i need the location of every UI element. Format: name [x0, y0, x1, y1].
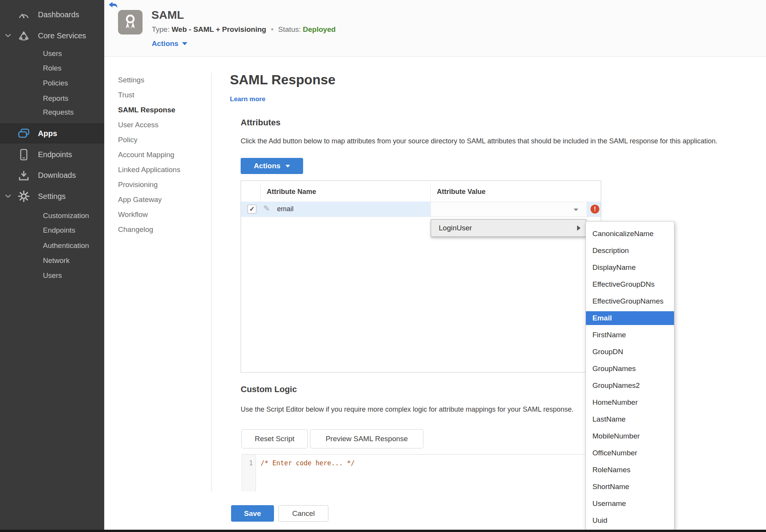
sidebar-item-reports[interactable]: Reports [0, 93, 104, 104]
sidebar-item-label: Endpoints [43, 226, 75, 235]
caret-down-icon [574, 209, 578, 211]
menu-option[interactable]: RoleNames [586, 461, 674, 478]
dropdown-item-loginuser[interactable]: LoginUser [431, 219, 586, 237]
menu-option[interactable]: LastName [586, 411, 674, 428]
sidebar-item-settings[interactable]: Settings [0, 190, 104, 202]
status-label: Status: [278, 25, 301, 33]
sidebar-item-label: Customization [43, 212, 89, 220]
menu-option[interactable]: DisplayName [586, 259, 674, 276]
subnav-item-account-mapping[interactable]: Account Mapping [118, 147, 180, 162]
subnav-item-trust[interactable]: Trust [118, 87, 180, 102]
gauge-icon [17, 10, 30, 19]
sidebar-item-downloads[interactable]: Downloads [0, 169, 104, 181]
sidebar-item-dashboards[interactable]: Dashboards [0, 9, 104, 20]
device-icon [17, 149, 30, 161]
sidebar-item-label: Network [43, 256, 70, 265]
attribute-name-cell[interactable]: email [277, 205, 294, 213]
sidebar-item-users[interactable]: Users [0, 48, 104, 59]
menu-option[interactable]: EffectiveGroupDNs [586, 276, 674, 293]
sidebar-item-apps[interactable]: Apps [0, 123, 104, 143]
attribute-value-dropdown[interactable] [430, 202, 587, 217]
menu-option[interactable]: FirstName [586, 327, 674, 343]
caret-down-icon [182, 42, 187, 45]
custom-logic-heading: Custom Logic [241, 384, 297, 394]
sidebar-item-policies[interactable]: Policies [0, 77, 104, 89]
editor-code[interactable]: /* Enter code here... */ [261, 459, 355, 467]
sidebar: Dashboards Core Services Users Roles Pol… [0, 0, 104, 532]
header-actions-menu[interactable]: Actions [152, 39, 187, 48]
menu-option[interactable]: GroupNames2 [586, 377, 674, 394]
menu-option[interactable]: GroupDN [586, 343, 674, 360]
table-row[interactable]: ✓ ✎ email [241, 202, 601, 217]
sidebar-item-requests[interactable]: Requests [0, 107, 104, 118]
learn-more-link[interactable]: Learn more [230, 95, 266, 103]
menu-option[interactable]: GroupNames [586, 360, 674, 377]
sidebar-item-label: Downloads [38, 171, 76, 180]
subnav-item-settings[interactable]: Settings [118, 72, 180, 87]
sidebar-item-endpoints-settings[interactable]: Endpoints [0, 225, 104, 236]
menu-option[interactable]: Username [586, 495, 674, 512]
menu-option[interactable]: OfficeNumber [586, 445, 674, 461]
type-label: Type: [152, 25, 169, 33]
download-icon [17, 170, 30, 181]
save-button[interactable]: Save [231, 505, 274, 522]
meta-separator: • [268, 25, 276, 33]
subnav-item-policy[interactable]: Policy [118, 132, 180, 147]
preview-saml-response-button[interactable]: Preview SAML Response [310, 429, 423, 448]
column-divider [430, 183, 431, 202]
sidebar-item-label: Users [43, 49, 62, 58]
subnav-item-linked-applications[interactable]: Linked Applications [118, 162, 180, 177]
subnav-item-provisioning[interactable]: Provisioning [118, 177, 180, 192]
menu-option[interactable]: Uuid [586, 512, 674, 529]
subnav-item-user-access[interactable]: User Access [118, 117, 180, 132]
script-editor[interactable]: 1 /* Enter code here... */ [241, 454, 586, 491]
reset-script-button[interactable]: Reset Script [241, 429, 308, 448]
chevron-down-icon[interactable] [5, 32, 11, 39]
sidebar-item-network[interactable]: Network [0, 255, 104, 266]
subnav-item-saml-response[interactable]: SAML Response [118, 102, 180, 117]
cancel-button[interactable]: Cancel [279, 505, 328, 522]
sidebar-item-authentication[interactable]: Authentication [0, 240, 104, 251]
sidebar-item-label: Apps [38, 129, 57, 138]
menu-option[interactable]: EffectiveGroupNames [586, 293, 674, 310]
menu-option[interactable]: MobileNumber [586, 428, 674, 445]
app-window: Dashboards Core Services Users Roles Pol… [0, 0, 766, 532]
row-checkbox[interactable]: ✓ [248, 205, 256, 213]
header-actions-label: Actions [152, 39, 179, 48]
sidebar-item-label: Authentication [43, 241, 89, 250]
sidebar-item-customization[interactable]: Customization [0, 210, 104, 222]
attributes-actions-button[interactable]: Actions [241, 158, 303, 174]
sidebar-item-users-settings[interactable]: Users [0, 270, 104, 281]
back-arrow-icon[interactable] [109, 2, 118, 10]
menu-option[interactable]: Description [586, 242, 674, 259]
subnav-item-app-gateway[interactable]: App Gateway [118, 192, 180, 207]
sidebar-item-label: Dashboards [38, 10, 79, 19]
sidebar-item-label: Roles [43, 64, 62, 72]
app-subnav: Settings Trust SAML Response User Access… [118, 72, 180, 237]
gear-icon [17, 190, 30, 202]
menu-option[interactable]: HomeNumber [586, 394, 674, 411]
line-number: 1 [242, 459, 256, 467]
sidebar-item-endpoints[interactable]: Endpoints [0, 149, 104, 160]
subnav-item-workflow[interactable]: Workflow [118, 207, 180, 222]
sidebar-item-label: Core Services [38, 31, 86, 40]
subnav-item-changelog[interactable]: Changelog [118, 222, 180, 237]
status-badge: Deployed [303, 25, 336, 33]
chevron-down-icon[interactable] [5, 193, 11, 200]
menu-option[interactable]: ShortName [586, 478, 674, 495]
sidebar-item-roles[interactable]: Roles [0, 62, 104, 74]
sidebar-item-core-services[interactable]: Core Services [0, 30, 104, 41]
menu-option-selected[interactable]: Email [586, 311, 674, 325]
app-meta: Type: Web - SAML + Provisioning • Status… [152, 25, 336, 34]
core-services-icon [17, 31, 30, 41]
table-header: Attribute Name Attribute Value [241, 181, 601, 202]
edit-pencil-icon[interactable]: ✎ [263, 204, 270, 213]
actions-button-label: Actions [254, 162, 280, 170]
attributes-heading: Attributes [241, 118, 280, 128]
caret-down-icon [285, 165, 290, 167]
sidebar-item-label: Reports [43, 94, 69, 103]
apps-icon [17, 128, 30, 139]
menu-option[interactable]: CanonicalizeName [586, 225, 674, 242]
editor-gutter: 1 [242, 455, 256, 491]
subnav-divider [211, 73, 212, 491]
